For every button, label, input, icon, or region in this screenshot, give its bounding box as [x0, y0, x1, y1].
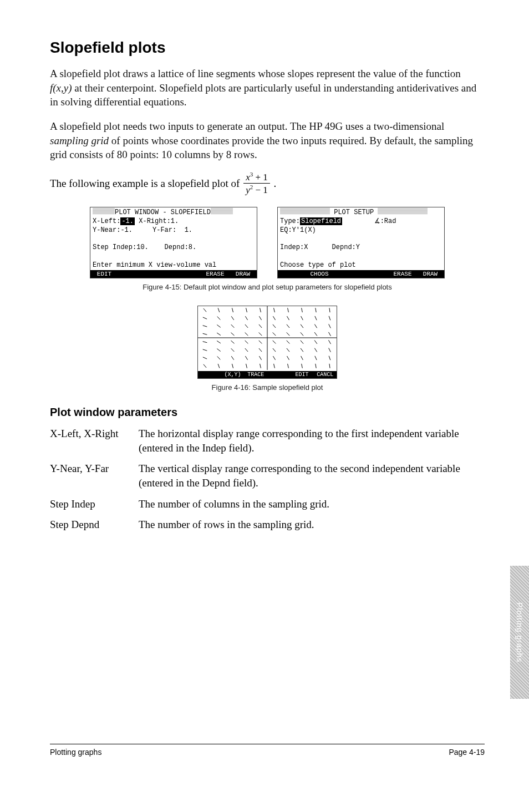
- svg-line-28: [245, 348, 248, 352]
- svg-line-75: [329, 356, 330, 361]
- pm0: [198, 371, 221, 378]
- svg-line-68: [314, 348, 317, 352]
- svg-line-70: [314, 332, 317, 336]
- menu-erase[interactable]: ERASE: [201, 270, 229, 278]
- svg-line-31: [245, 324, 248, 328]
- svg-line-19: [231, 356, 234, 360]
- param-row-0: X-Left, X-Right The horizontal display r…: [50, 427, 485, 455]
- xl-label: X-Left:: [93, 217, 120, 225]
- svg-line-52: [287, 348, 289, 352]
- svg-line-61: [301, 341, 303, 344]
- svg-line-79: [329, 324, 331, 328]
- param-row-3: Step Depnd The number of rows in the sam…: [50, 517, 485, 532]
- svg-line-27: [245, 356, 247, 360]
- svg-line-21: [231, 341, 235, 343]
- svg-line-38: [259, 333, 262, 336]
- pm-cancl[interactable]: CANCL: [313, 371, 337, 378]
- indep-depnd-row: Indep:X Depnd:Y: [278, 243, 444, 252]
- menu-draw-r[interactable]: DRAW: [416, 270, 444, 278]
- svg-line-5: [203, 342, 207, 343]
- screen-right-title: PLOT SETUP: [334, 209, 374, 216]
- subheading: Plot window parameters: [50, 406, 485, 419]
- svg-line-18: [232, 364, 233, 368]
- slopefield-svg: [198, 306, 337, 370]
- svg-line-13: [217, 341, 221, 343]
- svg-line-55: [287, 324, 289, 328]
- menu-r3: [361, 270, 389, 278]
- figure-caption-2: Figure 4-16: Sample slopefield plot: [50, 383, 485, 392]
- svg-line-6: [203, 333, 207, 334]
- svg-line-76: [329, 348, 331, 352]
- pm-trace[interactable]: TRACE: [244, 371, 267, 378]
- pm-edit[interactable]: EDIT: [291, 371, 314, 378]
- svg-line-57: [288, 308, 289, 312]
- svg-line-41: [260, 308, 261, 312]
- svg-line-66: [316, 364, 316, 368]
- svg-line-35: [259, 356, 261, 360]
- svg-line-80: [329, 316, 330, 321]
- screen-left-menu: EDIT ERASE DRAW: [90, 270, 257, 278]
- svg-line-26: [246, 364, 247, 368]
- param-label-0: X-Left, X-Right: [50, 427, 139, 455]
- param-label-3: Step Depnd: [50, 517, 139, 532]
- menu-draw[interactable]: DRAW: [229, 270, 257, 278]
- svg-line-12: [217, 349, 220, 352]
- param-desc-0: The horizontal display range correspondi…: [139, 427, 485, 455]
- svg-line-16: [217, 317, 220, 320]
- svg-line-72: [315, 316, 317, 320]
- svg-line-3: [203, 357, 207, 359]
- svg-line-56: [287, 316, 289, 320]
- svg-line-22: [231, 333, 235, 336]
- svg-line-49: [274, 308, 275, 312]
- page-footer: Plotting graphs Page 4-19: [50, 744, 485, 757]
- svg-line-42: [274, 364, 275, 368]
- svg-line-44: [273, 348, 276, 352]
- svg-line-2: [204, 364, 206, 368]
- svg-line-15: [217, 325, 220, 328]
- plot-setup-screen: PLOT SETUP Type:Slopefield ∡:Rad EQ:Y'1(…: [277, 207, 445, 278]
- footer-left: Plotting graphs: [50, 748, 101, 757]
- menu-blank3: [174, 270, 201, 278]
- plot-window-screen: PLOT WINDOW - SLOPEFIELD X-Left:-1. X-Ri…: [90, 207, 257, 278]
- menu-blank2: [146, 270, 174, 278]
- eq-row: EQ:Y'1(X): [278, 226, 444, 235]
- svg-line-7: [203, 326, 207, 327]
- svg-line-11: [217, 357, 220, 360]
- svg-line-74: [329, 364, 330, 368]
- screen-right-prompt: Choose type of plot: [278, 261, 444, 270]
- menu-erase-r[interactable]: ERASE: [389, 270, 416, 278]
- step-row: Step Indep:10. Depnd:8.: [90, 243, 257, 252]
- svg-line-10: [218, 364, 220, 368]
- screen-left-title: PLOT WINDOW - SLOPEFIELD: [115, 209, 211, 216]
- menu-choos[interactable]: CHOOS: [306, 270, 333, 278]
- svg-line-65: [302, 308, 303, 312]
- svg-line-51: [287, 356, 289, 360]
- param-desc-1: The vertical display range corresponding…: [139, 461, 485, 490]
- svg-line-33: [246, 308, 247, 312]
- y-range-row: Y-Near:-1. Y-Far: 1.: [90, 226, 257, 235]
- menu-r0: [278, 270, 306, 278]
- svg-line-32: [245, 316, 247, 320]
- svg-line-43: [273, 356, 275, 360]
- svg-line-48: [273, 316, 275, 320]
- figure-caption-1: Figure 4-15: Default plot window and plo…: [50, 283, 485, 291]
- svg-line-39: [259, 324, 262, 328]
- svg-line-54: [287, 333, 290, 336]
- svg-line-36: [259, 348, 262, 352]
- svg-line-69: [314, 341, 317, 344]
- svg-line-29: [245, 341, 248, 344]
- menu-edit[interactable]: EDIT: [90, 270, 118, 278]
- svg-line-34: [260, 364, 261, 368]
- svg-line-4: [203, 349, 207, 351]
- formula-lead: The following example is a slopefield pl…: [50, 177, 242, 189]
- paragraph-1: A slopefield plot draws a lattice of lin…: [50, 67, 485, 109]
- pm-xy[interactable]: (X,Y): [221, 371, 245, 378]
- type-value: Slopefield: [300, 217, 342, 225]
- svg-line-62: [301, 332, 303, 336]
- plot-menu: (X,Y) TRACE EDIT CANCL: [198, 371, 337, 378]
- formula-line: The following example is a slopefield pl…: [50, 172, 485, 197]
- svg-line-81: [329, 308, 330, 312]
- svg-line-53: [287, 341, 290, 344]
- paragraph-2: A slopefield plot needs two inputs to ge…: [50, 119, 485, 162]
- screen-right-menu: CHOOS ERASE DRAW: [278, 270, 444, 278]
